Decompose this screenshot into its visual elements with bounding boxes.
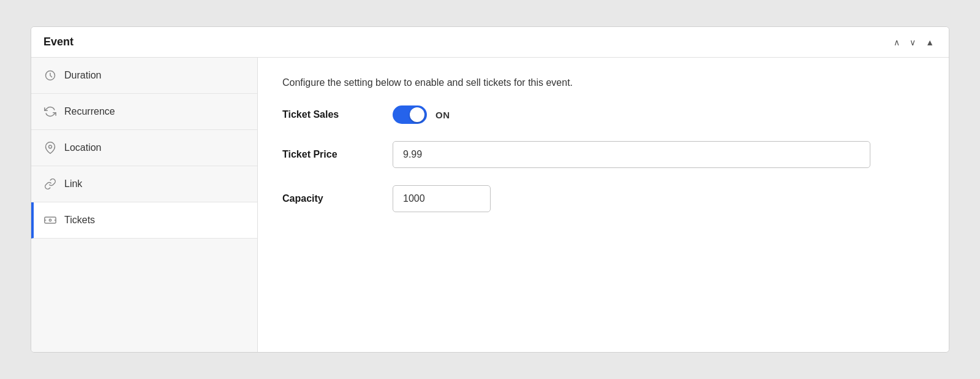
sidebar-item-label-duration: Duration xyxy=(64,70,101,81)
capacity-label: Capacity xyxy=(282,193,380,204)
svg-rect-2 xyxy=(45,217,56,223)
panel-header: Event ∧ ∨ ▲ xyxy=(31,27,949,58)
description-text: Configure the setting below to enable an… xyxy=(282,77,924,88)
capacity-row: Capacity xyxy=(282,185,924,212)
collapse-up-button[interactable]: ∧ xyxy=(891,36,902,48)
ticket-price-row: Ticket Price xyxy=(282,141,924,168)
sidebar-item-label-location: Location xyxy=(64,142,102,153)
svg-point-5 xyxy=(49,219,51,221)
collapse-down-button[interactable]: ∨ xyxy=(907,36,918,48)
expand-button[interactable]: ▲ xyxy=(923,36,937,48)
link-icon xyxy=(43,177,57,191)
sidebar-item-label-recurrence: Recurrence xyxy=(64,106,115,117)
tickets-icon xyxy=(43,213,57,227)
sidebar: Duration Recurrence Location xyxy=(31,58,258,352)
main-content: Configure the setting below to enable an… xyxy=(258,58,949,352)
toggle-thumb xyxy=(410,107,424,122)
ticket-sales-toggle[interactable] xyxy=(393,105,427,124)
toggle-state-label: ON xyxy=(435,110,450,120)
event-panel: Event ∧ ∨ ▲ Duration Recurrence xyxy=(31,26,949,353)
sidebar-item-duration[interactable]: Duration xyxy=(31,58,257,94)
sidebar-item-tickets[interactable]: Tickets xyxy=(31,202,257,239)
panel-body: Duration Recurrence Location xyxy=(31,58,949,352)
panel-controls: ∧ ∨ ▲ xyxy=(891,36,937,48)
ticket-sales-label: Ticket Sales xyxy=(282,109,380,120)
ticket-price-input[interactable] xyxy=(393,141,870,168)
recurrence-icon xyxy=(43,105,57,118)
toggle-wrapper: ON xyxy=(393,105,450,124)
clock-icon xyxy=(43,69,57,82)
ticket-sales-row: Ticket Sales ON xyxy=(282,105,924,124)
capacity-input[interactable] xyxy=(393,185,491,212)
sidebar-item-label-tickets: Tickets xyxy=(64,215,95,226)
panel-title: Event xyxy=(43,36,74,48)
sidebar-item-link[interactable]: Link xyxy=(31,166,257,202)
sidebar-item-location[interactable]: Location xyxy=(31,130,257,166)
sidebar-item-recurrence[interactable]: Recurrence xyxy=(31,94,257,130)
location-icon xyxy=(43,141,57,155)
sidebar-item-label-link: Link xyxy=(64,178,82,190)
svg-point-1 xyxy=(49,145,52,148)
ticket-price-label: Ticket Price xyxy=(282,149,380,160)
